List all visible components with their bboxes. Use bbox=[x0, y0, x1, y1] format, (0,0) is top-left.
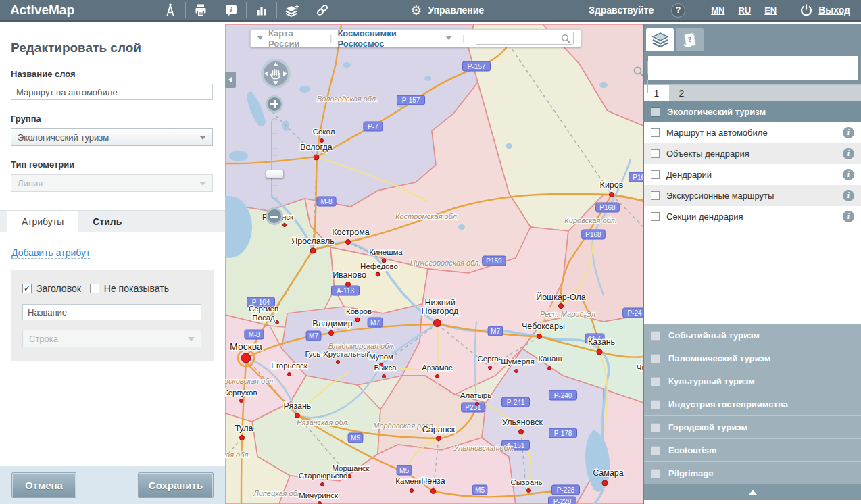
active-map-selector[interactable]: Космоснимки Роскосмос bbox=[337, 28, 441, 49]
map-city-label: Гусь-Хрустальный bbox=[305, 350, 370, 358]
legend-help-icon: ? bbox=[681, 32, 699, 48]
chevron-down-icon[interactable] bbox=[257, 36, 263, 40]
map-pan-control[interactable] bbox=[260, 58, 291, 92]
share-link-button[interactable] bbox=[308, 0, 337, 20]
group-select[interactable]: Экологический туризм bbox=[11, 128, 213, 146]
group-checkbox[interactable] bbox=[651, 377, 660, 386]
page-button-2[interactable]: 2 bbox=[669, 85, 694, 101]
map-search-box bbox=[476, 32, 574, 45]
cancel-button[interactable]: Отмена bbox=[11, 472, 76, 498]
group-checkbox[interactable] bbox=[651, 354, 660, 363]
save-button[interactable]: Сохранить bbox=[138, 472, 214, 498]
group-checkbox[interactable] bbox=[651, 331, 660, 341]
statistics-button[interactable] bbox=[247, 0, 276, 20]
group-checkbox[interactable] bbox=[651, 446, 660, 455]
add-layer-button[interactable] bbox=[277, 0, 307, 20]
layer-row[interactable]: Объекты дендрарияi bbox=[644, 143, 861, 164]
group-checkbox[interactable] bbox=[651, 423, 660, 432]
scroll-up-button[interactable] bbox=[644, 484, 861, 500]
collapse-left-panel-button[interactable] bbox=[225, 72, 236, 88]
attribute-name-input[interactable] bbox=[22, 304, 201, 320]
map-canvas[interactable]: Р-157Р-157Р-7М-8Р168Р168Р168Р159А-113Р-1… bbox=[225, 24, 643, 504]
group-checkbox[interactable] bbox=[651, 469, 660, 478]
title-checkbox-label[interactable]: Заголовок bbox=[36, 283, 81, 294]
tab-attributes[interactable]: Атрибуты bbox=[7, 211, 78, 232]
map-road-badge-label: Р168 bbox=[585, 231, 601, 238]
map-road-badge-label: М5 bbox=[399, 467, 409, 474]
edit-layer-panel: Редактировать слой Название слоя Группа … bbox=[0, 24, 225, 504]
map-city-label: Кострома bbox=[332, 228, 370, 237]
layer-name-input[interactable] bbox=[11, 84, 213, 100]
map-city-dot bbox=[434, 320, 441, 327]
map-city-label: Кинешма bbox=[369, 248, 403, 256]
map-city-dot bbox=[240, 399, 243, 403]
map-city-dot bbox=[515, 370, 518, 373]
layers-list: Экологический туризм Маршрут на автомоби… bbox=[644, 101, 861, 504]
management-menu[interactable]: ⚙ Управление bbox=[410, 4, 484, 17]
chevron-left-icon bbox=[228, 76, 232, 83]
map-city-label: Москва bbox=[230, 341, 262, 352]
layer-row[interactable]: Секции дендрарияi bbox=[644, 206, 861, 227]
tab-layers[interactable] bbox=[646, 28, 674, 51]
layer-group-collapsed[interactable]: Ecotourism bbox=[644, 438, 861, 461]
tab-style[interactable]: Стиль bbox=[78, 211, 136, 232]
info-icon[interactable]: i bbox=[843, 211, 854, 222]
bar-chart-icon bbox=[254, 3, 269, 18]
reference-button[interactable]: i bbox=[216, 0, 246, 20]
layer-group-collapsed[interactable]: Паломнический туризм bbox=[644, 347, 861, 370]
layer-row[interactable]: Дендрарийi bbox=[644, 164, 861, 185]
measure-tool-button[interactable] bbox=[155, 0, 185, 20]
map-city-dot bbox=[295, 413, 300, 418]
layer-group-collapsed[interactable]: Pilgrimage bbox=[644, 461, 861, 484]
info-icon[interactable]: i bbox=[843, 190, 854, 201]
layer-row[interactable]: Экскурсионные маршрутыi bbox=[644, 185, 861, 206]
group-checkbox[interactable] bbox=[651, 107, 660, 117]
layer-checkbox[interactable] bbox=[651, 191, 660, 200]
layer-group-header[interactable]: Экологический туризм bbox=[644, 101, 861, 122]
map-city-dot bbox=[241, 353, 251, 363]
map-search-input[interactable] bbox=[476, 32, 573, 44]
hide-checkbox[interactable] bbox=[90, 284, 99, 293]
info-icon[interactable]: i bbox=[843, 148, 854, 159]
app-header: ActiveMap i bbox=[0, 0, 861, 22]
base-map-selector[interactable]: Карта России bbox=[268, 28, 324, 49]
group-checkbox[interactable] bbox=[651, 400, 660, 409]
chevron-down-icon[interactable] bbox=[446, 36, 451, 40]
zoom-slider-handle[interactable] bbox=[266, 170, 284, 178]
map-city-label: Егорьевск bbox=[271, 361, 308, 370]
zoom-out-button[interactable] bbox=[266, 207, 283, 225]
chevron-down-icon bbox=[188, 337, 195, 341]
layer-group-collapsed[interactable]: Культурный туризм bbox=[644, 370, 861, 393]
layer-checkbox[interactable] bbox=[651, 149, 660, 158]
print-button[interactable] bbox=[186, 0, 216, 20]
map-road-badge-label: Р-241 bbox=[507, 399, 525, 406]
layer-group-collapsed[interactable]: Событийный туризм bbox=[644, 324, 861, 347]
language-link-ru[interactable]: RU bbox=[738, 5, 751, 16]
layer-row[interactable]: Маршрут на автомобилеi bbox=[644, 122, 861, 143]
layer-checkbox[interactable] bbox=[651, 212, 660, 221]
info-icon[interactable]: i bbox=[843, 169, 854, 180]
title-checkbox[interactable]: ✓ bbox=[22, 284, 32, 293]
zoom-slider[interactable] bbox=[271, 118, 278, 199]
logout-button[interactable]: Выход bbox=[800, 3, 850, 17]
map-region-label: Нижегородская обл. bbox=[410, 259, 481, 267]
print-icon bbox=[193, 3, 208, 18]
zoom-in-button[interactable] bbox=[266, 95, 283, 113]
map-city-label: Самара bbox=[593, 468, 624, 478]
svg-text:i: i bbox=[230, 6, 232, 14]
map-road-badge-label: Р-157 bbox=[402, 97, 420, 104]
language-link-en[interactable]: EN bbox=[764, 5, 777, 16]
layers-search-input[interactable] bbox=[648, 56, 858, 80]
hide-checkbox-label[interactable]: Не показывать bbox=[104, 283, 169, 294]
map-city-dot bbox=[329, 331, 334, 336]
map-region-label: Московская обл. bbox=[225, 377, 275, 385]
layer-group-collapsed[interactable]: Индустрия гостеприимства bbox=[644, 393, 861, 415]
layer-group-collapsed[interactable]: Городской туризм bbox=[644, 415, 861, 438]
help-button[interactable]: ? bbox=[671, 3, 685, 18]
info-icon[interactable]: i bbox=[843, 127, 854, 138]
layer-checkbox[interactable] bbox=[651, 170, 660, 179]
tab-legend[interactable]: ? bbox=[676, 28, 704, 51]
language-link-mn[interactable]: MN bbox=[711, 5, 724, 16]
layer-checkbox[interactable] bbox=[651, 128, 660, 137]
add-attribute-link[interactable]: Добавить атрибут bbox=[11, 247, 90, 259]
